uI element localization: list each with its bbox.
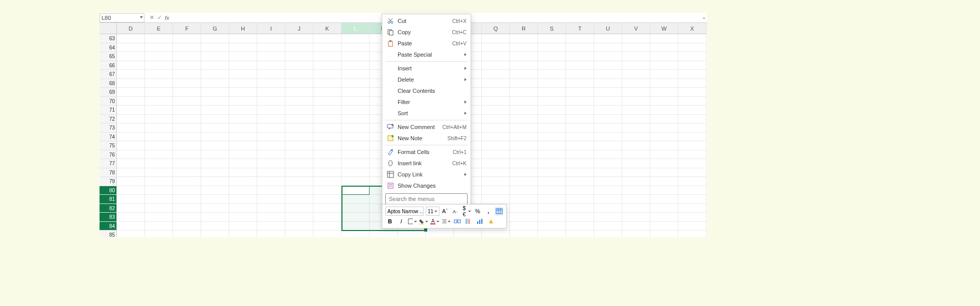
cell[interactable] — [117, 133, 145, 142]
cell[interactable] — [145, 123, 173, 133]
cell[interactable] — [594, 70, 622, 79]
cell[interactable] — [594, 115, 622, 124]
cell[interactable] — [510, 133, 538, 142]
cell[interactable] — [257, 43, 285, 53]
cell[interactable] — [482, 186, 510, 195]
cell[interactable] — [285, 150, 313, 160]
cell[interactable] — [594, 61, 622, 70]
cell[interactable] — [341, 123, 370, 133]
cell[interactable] — [229, 159, 257, 168]
cell[interactable] — [201, 186, 229, 195]
cell[interactable] — [117, 222, 145, 231]
cell[interactable] — [678, 222, 706, 231]
cell[interactable] — [538, 222, 566, 231]
cell[interactable] — [173, 43, 201, 53]
cell[interactable] — [285, 79, 313, 88]
cell[interactable] — [454, 231, 482, 237]
cell[interactable] — [145, 70, 173, 79]
cell[interactable] — [145, 195, 173, 204]
cell[interactable] — [678, 106, 706, 115]
cell[interactable] — [341, 115, 370, 124]
cell[interactable] — [257, 79, 285, 88]
cell[interactable] — [257, 168, 285, 177]
cell[interactable] — [678, 88, 706, 97]
cell[interactable] — [538, 70, 566, 79]
cell[interactable] — [678, 186, 706, 195]
cell[interactable] — [229, 213, 257, 222]
col-header[interactable]: K — [313, 23, 341, 34]
cell[interactable] — [313, 106, 341, 115]
cell[interactable] — [510, 177, 538, 186]
cell[interactable] — [650, 150, 678, 160]
cell[interactable] — [622, 195, 650, 204]
cell[interactable] — [370, 231, 398, 237]
col-header[interactable]: S — [538, 23, 566, 34]
cell[interactable] — [510, 123, 538, 133]
cell[interactable] — [650, 106, 678, 115]
cell[interactable] — [341, 79, 370, 88]
cell[interactable] — [257, 150, 285, 160]
cell[interactable] — [538, 61, 566, 70]
col-header[interactable]: W — [650, 23, 678, 34]
merge-icon[interactable] — [453, 217, 462, 226]
col-header[interactable]: J — [285, 23, 313, 34]
col-header[interactable]: U — [594, 23, 622, 34]
cell[interactable] — [313, 43, 341, 53]
cell[interactable] — [678, 231, 706, 237]
cell[interactable] — [622, 88, 650, 97]
cell[interactable] — [538, 141, 566, 150]
font-size-select[interactable]: 11 — [426, 207, 439, 216]
cell[interactable] — [257, 52, 285, 61]
cell[interactable] — [313, 61, 341, 70]
cell[interactable] — [622, 213, 650, 222]
cell[interactable] — [650, 159, 678, 168]
cell[interactable] — [145, 88, 173, 97]
cell[interactable] — [145, 159, 173, 168]
row-header[interactable]: 73 — [100, 123, 117, 133]
confirm-icon[interactable]: ✓ — [157, 14, 162, 21]
select-all-corner[interactable] — [100, 23, 117, 34]
cell[interactable] — [145, 43, 173, 53]
cell[interactable] — [285, 115, 313, 124]
cell[interactable] — [622, 52, 650, 61]
col-header[interactable]: V — [622, 23, 650, 34]
cell[interactable] — [257, 70, 285, 79]
cell[interactable] — [566, 195, 594, 204]
cell[interactable] — [201, 222, 229, 231]
name-box[interactable]: L80 — [100, 13, 144, 22]
cell[interactable] — [566, 231, 594, 237]
cell[interactable] — [173, 61, 201, 70]
col-header[interactable]: F — [173, 23, 201, 34]
row-header[interactable]: 77 — [100, 159, 117, 168]
cell[interactable] — [594, 52, 622, 61]
cell[interactable] — [201, 106, 229, 115]
cell[interactable] — [201, 150, 229, 160]
cell[interactable] — [594, 133, 622, 142]
cell[interactable] — [257, 123, 285, 133]
cell[interactable] — [257, 159, 285, 168]
cell[interactable] — [538, 213, 566, 222]
cell[interactable] — [622, 61, 650, 70]
cell[interactable] — [313, 231, 341, 237]
cell[interactable] — [117, 141, 145, 150]
menu-item-show-changes[interactable]: Show Changes — [382, 180, 471, 191]
row-header[interactable]: 70 — [100, 97, 117, 106]
cell[interactable] — [566, 115, 594, 124]
cell[interactable] — [341, 70, 370, 79]
font-family-select[interactable]: Aptos Narrow ... — [385, 207, 424, 216]
cell[interactable] — [538, 195, 566, 204]
cell[interactable] — [678, 61, 706, 70]
cell[interactable] — [650, 133, 678, 142]
cell[interactable] — [257, 186, 285, 195]
cell[interactable] — [510, 88, 538, 97]
row-header[interactable]: 64 — [100, 43, 117, 53]
cell[interactable] — [173, 34, 201, 43]
cell[interactable] — [201, 115, 229, 124]
row-header[interactable]: 71 — [100, 106, 117, 115]
cell[interactable] — [678, 43, 706, 53]
cell[interactable] — [566, 150, 594, 160]
cell[interactable] — [482, 43, 510, 53]
col-header[interactable]: G — [201, 23, 229, 34]
cell[interactable] — [538, 43, 566, 53]
cell[interactable] — [594, 195, 622, 204]
